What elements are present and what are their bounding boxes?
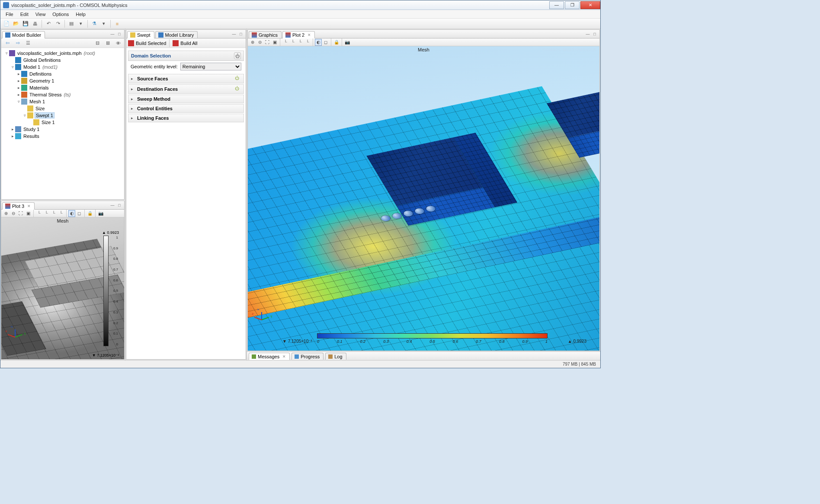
build-all-button[interactable]: Build All	[180, 41, 197, 46]
tree-node[interactable]: Global Definitions	[3, 57, 122, 64]
expand-icon[interactable]: ⊞	[103, 39, 112, 48]
tab-log[interactable]: Log	[325, 353, 346, 360]
lock-icon[interactable]: 🔒	[86, 210, 93, 217]
maximize-panel-icon[interactable]: □	[116, 203, 122, 209]
tree-node[interactable]: ▸Results	[3, 133, 122, 140]
accordion-sweep-method[interactable]: ▸Sweep Method	[128, 95, 244, 103]
tree-node[interactable]: ▸Materials	[3, 84, 122, 91]
zoom-in-icon[interactable]: ⊕	[3, 210, 10, 217]
power-icon[interactable]: ⏻	[234, 52, 241, 59]
minimize-button[interactable]: —	[549, 1, 564, 9]
close-icon[interactable]: ✕	[282, 354, 286, 359]
maximize-panel-icon[interactable]: □	[116, 32, 122, 38]
xy-icon[interactable]: └	[35, 210, 42, 217]
minimize-panel-icon[interactable]: —	[109, 203, 115, 209]
list-icon[interactable]: ☰	[24, 39, 32, 48]
print-button[interactable]: 🖶	[31, 19, 39, 28]
accordion-linking-faces[interactable]: ▸Linking Faces	[128, 114, 244, 122]
menu-file[interactable]: File	[2, 11, 17, 18]
yz-icon[interactable]: └	[43, 210, 50, 217]
show-icon[interactable]: 👁	[114, 39, 122, 48]
xz-icon[interactable]: └	[297, 39, 304, 46]
bottom-tabs: Messages ✕ Progress Log	[247, 351, 600, 360]
tab-messages[interactable]: Messages ✕	[249, 353, 290, 360]
zoom-extents-icon[interactable]: ⛶	[17, 210, 24, 217]
plot3-ticks: 10.90.80.70.60.50.40.30.20.10	[109, 236, 118, 346]
tab-swept[interactable]: Swept	[127, 31, 154, 38]
zoom-extents-icon[interactable]: ⛶	[264, 39, 271, 46]
maximize-panel-icon[interactable]: □	[238, 32, 244, 38]
tree-node[interactable]: ▿Model 1(mod1)	[3, 64, 122, 70]
tree-node[interactable]: ▿viscoplastic_solder_joints.mph(root)	[3, 50, 122, 57]
transparency-icon[interactable]: ◻	[322, 39, 329, 46]
camera-icon[interactable]: 📷	[97, 210, 104, 217]
tree-node[interactable]: ▸Definitions	[3, 70, 122, 77]
camera-icon[interactable]: 📷	[344, 39, 351, 46]
forward-icon[interactable]: ⇨	[13, 39, 22, 48]
build-selected-button[interactable]: Build Selected	[136, 41, 166, 46]
tree-node[interactable]: ▿Mesh 1	[3, 98, 122, 105]
zoom-out-icon[interactable]: ⊖	[256, 39, 263, 46]
yz-icon[interactable]: └	[289, 39, 296, 46]
undo-button[interactable]: ↶	[44, 19, 53, 28]
maximize-panel-icon[interactable]: □	[592, 32, 598, 38]
dropdown2-button[interactable]: ▾	[99, 19, 108, 28]
zoom-box-icon[interactable]: ▣	[271, 39, 278, 46]
xy-icon[interactable]: └	[282, 39, 289, 46]
model-wizard-button[interactable]: ▤	[67, 19, 76, 28]
zoom-in-icon[interactable]: ⊕	[249, 39, 256, 46]
tab-plot2[interactable]: Plot 2 ✕	[282, 31, 315, 38]
model-tree[interactable]: ▿viscoplastic_solder_joints.mph(root)Glo…	[1, 48, 124, 199]
compute-button[interactable]: ≡	[113, 19, 122, 28]
new-button[interactable]: 📄	[2, 19, 11, 28]
tab-progress[interactable]: Progress	[291, 353, 324, 360]
menu-options[interactable]: Options	[49, 11, 72, 18]
close-button[interactable]: ✕	[580, 1, 600, 9]
back-icon[interactable]: ⇦	[3, 39, 12, 48]
transparency-icon[interactable]: ◻	[76, 210, 83, 217]
accordion-source-faces[interactable]: ▸Source Faces⏻	[128, 74, 244, 83]
tab-plot3[interactable]: Plot 3 ✕	[2, 202, 35, 210]
scene-light-icon[interactable]: ◐	[315, 39, 322, 46]
maximize-button[interactable]: ❐	[565, 1, 580, 9]
tree-node[interactable]: ▿Swept 1	[3, 112, 122, 119]
zoom-box-icon[interactable]: ▣	[25, 210, 32, 217]
tree-node[interactable]: Size 1	[3, 119, 122, 126]
accordion-control-entities[interactable]: ▸Control Entities	[128, 104, 244, 113]
build-button[interactable]: ⚗	[90, 19, 99, 28]
redo-button[interactable]: ↷	[54, 19, 62, 28]
graphics-canvas[interactable]: Mesh COMSOL MULTIPHYSICS ▼ 7.1205×10⁻³ ▲…	[248, 46, 599, 351]
tree-node[interactable]: ▸Study 1	[3, 126, 122, 133]
tree-node[interactable]: ▸Thermal Stress(ts)	[3, 91, 122, 98]
scene-light-icon[interactable]: ◐	[68, 210, 75, 217]
dropdown-button[interactable]: ▾	[77, 19, 85, 28]
plot3-canvas[interactable]: Mesh ▲ 0.9923 ▼ 7.1205×10⁻³ 10.90.80.70.…	[1, 217, 124, 359]
colorbar: 00.10.20.30.40.50.60.70.80.91	[317, 333, 548, 347]
lock-icon[interactable]: 🔒	[333, 39, 340, 46]
default-view-icon[interactable]: └	[304, 39, 311, 46]
collapse-icon[interactable]: ⊟	[93, 39, 102, 48]
tab-model-builder[interactable]: Model Builder	[2, 31, 45, 38]
minimize-panel-icon[interactable]: —	[109, 32, 115, 38]
close-icon[interactable]: ✕	[308, 33, 311, 37]
main-toolbar: 📄 📂 💾 🖶 ↶ ↷ ▤ ▾ ⚗ ▾ ≡	[0, 19, 600, 29]
zoom-out-icon[interactable]: ⊖	[10, 210, 17, 217]
xz-icon[interactable]: └	[50, 210, 57, 217]
library-icon	[158, 32, 163, 38]
close-icon[interactable]: ✕	[27, 204, 31, 208]
tree-node[interactable]: ▸Geometry 1	[3, 77, 122, 84]
default-view-icon[interactable]: └	[58, 210, 64, 217]
save-button[interactable]: 💾	[21, 19, 30, 28]
menu-help[interactable]: Help	[72, 11, 89, 18]
entity-level-select[interactable]: Remaining	[180, 63, 241, 70]
tree-node[interactable]: Size	[3, 105, 122, 112]
menu-edit[interactable]: Edit	[17, 11, 32, 18]
accordion-destination-faces[interactable]: ▸Destination Faces⏻	[128, 84, 244, 94]
menu-view[interactable]: View	[32, 11, 49, 18]
minimize-panel-icon[interactable]: —	[231, 32, 237, 38]
tab-model-library[interactable]: Model Library	[155, 31, 198, 38]
minimize-panel-icon[interactable]: —	[585, 32, 591, 38]
plot3-max: ▲ 0.9923	[102, 230, 119, 235]
tab-graphics[interactable]: Graphics	[249, 31, 282, 38]
open-button[interactable]: 📂	[12, 19, 20, 28]
